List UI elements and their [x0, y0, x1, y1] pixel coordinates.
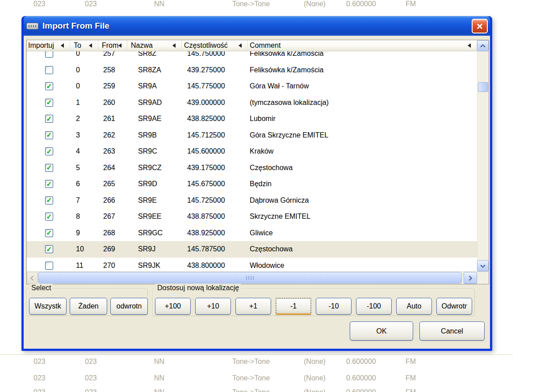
row-nazwa: SR9GC — [127, 229, 182, 237]
row-checkbox[interactable]: ✓ — [45, 99, 53, 107]
table-row[interactable]: ✓8267SR9EE438.875000Skrzyczne EMITEL — [27, 209, 477, 225]
sort-arrow-icon[interactable] — [61, 43, 64, 48]
row-import-cell — [27, 262, 70, 270]
row-from: 261 — [98, 115, 127, 123]
button-wszystk[interactable]: Wszystk — [29, 298, 67, 315]
row-checkbox[interactable]: ✓ — [45, 164, 53, 172]
cancel-button[interactable]: Cancel — [419, 321, 485, 341]
row-nazwa: SR9C — [127, 147, 182, 155]
table-row[interactable]: ✓1260SR9AD439.000000(tymczasowa lokaliza… — [27, 95, 477, 111]
table-row[interactable]: ✓5264SR9CZ439.175000Częstochowa — [27, 160, 477, 176]
row-checkbox[interactable]: ✓ — [45, 245, 53, 253]
row-czestotliwosc: 145.675000 — [182, 180, 248, 188]
row-checkbox[interactable]: ✓ — [45, 147, 53, 155]
row-import-cell: ✓ — [27, 229, 70, 237]
dialog-titlebar[interactable]: Import From File × — [24, 16, 490, 36]
button-odwrotn[interactable]: odwrotn — [110, 298, 148, 315]
table-row[interactable]: ✓3262SR9B145.712500Góra Skrzyczne EMITEL — [27, 127, 477, 144]
row-czestotliwosc: 438.825000 — [182, 115, 248, 123]
row-nazwa: SR9A — [127, 82, 182, 90]
sort-arrow-icon[interactable] — [468, 43, 471, 48]
table-row[interactable]: ✓4263SR9C145.600000Kraków — [27, 143, 477, 160]
column-header-label: To — [74, 42, 81, 50]
scroll-left-button[interactable] — [27, 272, 38, 284]
table-row[interactable]: ✓9268SR9GC438.925000Gliwice — [27, 225, 477, 242]
scroll-right-button[interactable] — [464, 272, 477, 284]
row-czestotliwosc: 438.875000 — [182, 213, 248, 221]
scroll-up-button[interactable] — [477, 40, 489, 51]
background-cell: 023 — [34, 388, 46, 392]
ok-button[interactable]: OK — [350, 321, 413, 341]
horizontal-scroll-track[interactable] — [38, 272, 464, 284]
button-+10[interactable]: +10 — [195, 298, 231, 315]
button-odwrotr[interactable]: Odwrotr — [436, 298, 472, 315]
button-1[interactable]: -1 — [276, 298, 311, 315]
scroll-down-button[interactable] — [477, 260, 489, 271]
row-from: 258 — [98, 66, 127, 74]
row-checkbox[interactable]: ✓ — [45, 229, 53, 237]
column-header-nazwa[interactable]: Nazwa — [127, 40, 182, 51]
table-row[interactable]: ✓0259SR9A145.775000Góra Wał - Tarnów — [27, 78, 477, 95]
row-to: 7 — [70, 196, 98, 204]
row-checkbox[interactable] — [45, 66, 53, 74]
sort-arrow-icon[interactable] — [89, 43, 92, 48]
table-row[interactable]: 0257SR8Z145.750000Feliksówka k/Zamościa — [27, 51, 477, 62]
row-checkbox[interactable]: ✓ — [45, 131, 53, 139]
table-row[interactable]: ✓6265SR9D145.675000Będzin — [27, 176, 477, 192]
row-nazwa: SR9D — [127, 180, 182, 188]
table-row[interactable]: ✓10269SR9J145.787500Częstochowa — [27, 241, 477, 258]
horizontal-scrollbar[interactable] — [27, 271, 489, 284]
row-checkbox[interactable]: ✓ — [45, 180, 53, 188]
table-row[interactable]: 0258SR8ZA439.275000Feliksówka k/Zamościa — [27, 62, 477, 79]
vertical-scrollbar[interactable] — [477, 40, 489, 271]
button-100[interactable]: -100 — [356, 298, 392, 315]
row-to: 6 — [70, 180, 98, 188]
select-group-label: Select — [29, 284, 53, 292]
background-cell: 023 — [85, 388, 97, 392]
column-header-from[interactable]: From — [98, 40, 127, 51]
column-header-to[interactable]: To — [70, 40, 98, 51]
row-checkbox[interactable] — [45, 262, 53, 270]
button-aden[interactable]: Żaden — [70, 298, 107, 315]
table-row[interactable]: 11270SR9JK438.800000Włodowice — [27, 258, 477, 272]
background-cell: FM — [406, 358, 416, 366]
close-button[interactable]: × — [472, 19, 488, 33]
vertical-scroll-thumb[interactable] — [478, 82, 488, 92]
row-comment: Feliksówka k/Zamościa — [248, 66, 477, 74]
table-row[interactable]: ✓2261SR9AE438.825000Lubomir — [27, 111, 477, 127]
background-cell: (None) — [304, 358, 326, 366]
row-checkbox[interactable] — [45, 51, 53, 58]
row-from: 265 — [98, 180, 127, 188]
row-from: 268 — [98, 229, 127, 237]
scroll-grip-icon — [246, 276, 254, 280]
row-checkbox[interactable]: ✓ — [45, 82, 53, 90]
row-comment: Kraków — [248, 147, 477, 155]
background-cell: 023 — [85, 0, 97, 8]
button-+1[interactable]: +1 — [235, 298, 271, 315]
row-comment: Włodowice — [248, 262, 477, 270]
column-header-label: Częstotliwość — [184, 42, 228, 50]
vertical-scroll-track[interactable] — [477, 51, 489, 260]
horizontal-scroll-thumb[interactable] — [38, 272, 462, 284]
row-checkbox[interactable]: ✓ — [45, 213, 53, 221]
row-nazwa: SR9AE — [127, 115, 182, 123]
row-nazwa: SR9E — [127, 196, 182, 204]
sort-arrow-icon[interactable] — [239, 43, 242, 48]
table-row[interactable]: ✓7266SR9E145.725000Dąbrowa Górnicza — [27, 192, 477, 209]
column-header-cz-stotliwo[interactable]: Częstotliwość — [182, 40, 248, 51]
sort-arrow-icon[interactable] — [172, 43, 176, 48]
row-nazwa: SR8Z — [127, 51, 182, 58]
column-header-comment[interactable]: Comment — [248, 40, 477, 51]
row-comment: Gliwice — [248, 229, 477, 237]
background-cell: 0.600000 — [346, 388, 376, 392]
button-10[interactable]: -10 — [316, 298, 352, 315]
button-auto[interactable]: Auto — [396, 298, 432, 315]
select-group: Select WszystkŻadenodwrotn — [26, 288, 148, 316]
row-checkbox[interactable]: ✓ — [45, 115, 53, 123]
row-checkbox[interactable]: ✓ — [45, 196, 53, 204]
row-import-cell — [27, 51, 70, 58]
column-header-importuj[interactable]: Importuj — [27, 40, 70, 51]
button-+100[interactable]: +100 — [155, 298, 191, 315]
sort-arrow-icon[interactable] — [118, 43, 121, 48]
row-comment: Skrzyczne EMITEL — [248, 213, 477, 221]
